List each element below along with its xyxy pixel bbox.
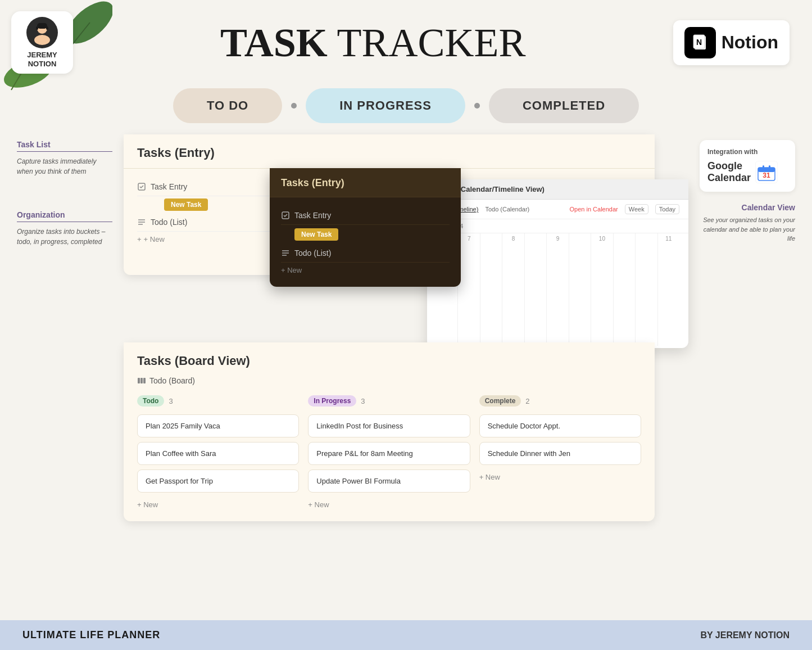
view-week[interactable]: Week (625, 204, 648, 214)
column-complete: Complete 2 Schedule Doctor Appt. Schedul… (475, 393, 646, 512)
calendar-view-box: Calendar View See your organized tasks o… (700, 203, 795, 243)
new-task-button-dark[interactable]: New Task (294, 228, 338, 241)
tab-todo[interactable]: TO DO (173, 88, 282, 123)
svg-rect-23 (140, 378, 143, 383)
board-subtitle: Todo (Board) (124, 376, 655, 393)
main-title-light: TRACKER (328, 20, 526, 65)
footer-left: ULTIMATE LIFE PLANNER (22, 629, 160, 641)
column-todo: Todo 3 Plan 2025 Family Vaca Plan Coffee… (133, 393, 303, 512)
google-cal-text: GoogleCalendar (707, 160, 751, 184)
tab-separator-1 (291, 103, 297, 109)
task-card[interactable]: Schedule Doctor Appt. (479, 414, 641, 437)
board-columns: Todo 3 Plan 2025 Family Vaca Plan Coffee… (124, 393, 655, 512)
svg-point-6 (34, 35, 50, 45)
task-card[interactable]: Plan Coffee with Sara (137, 442, 299, 465)
task-card[interactable]: LinkedIn Post for Business (308, 414, 470, 437)
tab-separator-2 (474, 103, 480, 109)
svg-rect-29 (763, 165, 764, 170)
left-sidebar: Task List Capture tasks immediately when… (11, 134, 124, 640)
tab-completed[interactable]: COMPLETED (489, 88, 639, 123)
column-complete-header: Complete 2 (479, 393, 641, 409)
center-content: Tasks (Entry) Task Entry New Task (124, 134, 688, 640)
column-inprogress: In Progress 3 LinkedIn Post for Business… (303, 393, 474, 512)
calendar-timeline-card: Tasks (Calendar/Timeline View) Todo (Tim… (427, 179, 688, 348)
tasks-entry-dark-header: Tasks (Entry) (270, 168, 461, 197)
notion-icon: N (684, 27, 716, 58)
avatar (26, 17, 58, 48)
main-title: TASK TRACKER (73, 22, 673, 63)
logo-name-text: JEREMY NOTION (20, 51, 64, 68)
sidebar-task-list-desc: Capture tasks immediately when you think… (17, 156, 112, 177)
view-today[interactable]: Today (655, 204, 679, 214)
cal-timeline-title: Tasks (Calendar/Timeline View) (436, 185, 679, 193)
task-card[interactable]: Plan 2025 Family Vaca (137, 414, 299, 437)
task-card[interactable]: Schedule Dinner with Jen (479, 442, 641, 465)
complete-new-btn[interactable]: + New (479, 470, 641, 485)
google-cal-icon: 31 (755, 161, 778, 183)
svg-rect-8 (36, 26, 38, 30)
right-sidebar: Integration with GoogleCalendar 31 (688, 134, 801, 640)
inprogress-new-btn[interactable]: + New (308, 497, 470, 512)
list-icon-back (137, 218, 146, 227)
cal-timeline-header: Tasks (Calendar/Timeline View) (427, 179, 688, 200)
task-entry-dark-item: Task Entry (281, 206, 450, 225)
header: JEREMY NOTION TASK TRACKER N Notion (0, 0, 812, 79)
google-cal: GoogleCalendar 31 (707, 160, 787, 184)
content-area: Task List Capture tasks immediately when… (0, 134, 812, 640)
badge-complete: Complete (479, 395, 521, 407)
todo-list-dark-item: Todo (List) (281, 244, 450, 263)
tasks-entry-back-title: Tasks (Entry) (137, 146, 641, 160)
notion-badge: N Notion (673, 20, 790, 65)
inprogress-count: 3 (361, 397, 365, 405)
sidebar-org-desc: Organize tasks into buckets – todo, in p… (17, 227, 112, 247)
status-tabs: TO DO IN PROGRESS COMPLETED (0, 79, 812, 134)
integration-box: Integration with GoogleCalendar 31 (700, 140, 795, 192)
list-icon-dark (281, 249, 290, 258)
tab-inprogress[interactable]: IN PROGRESS (306, 88, 465, 123)
new-btn-dark[interactable]: + New (281, 263, 450, 278)
svg-rect-24 (143, 378, 146, 383)
badge-inprogress: In Progress (308, 395, 356, 407)
integration-title: Integration with (707, 148, 787, 156)
notion-label: Notion (722, 32, 778, 53)
main-title-bold: TASK (220, 20, 328, 65)
tasks-entry-dark-title: Tasks (Entry) (281, 177, 450, 189)
tasks-entry-dark-body: Task Entry New Task Todo (List) + New (270, 197, 461, 287)
svg-text:N: N (696, 38, 702, 47)
footer-right: BY JEREMY NOTION (700, 630, 790, 640)
sidebar-task-list-title: Task List (17, 140, 112, 152)
svg-rect-9 (46, 26, 48, 30)
badge-todo: Todo (137, 395, 164, 407)
svg-rect-22 (138, 378, 140, 383)
tab-calendar[interactable]: Todo (Calendar) (485, 206, 529, 213)
svg-rect-7 (37, 23, 47, 29)
svg-rect-30 (769, 165, 770, 170)
todo-count: 3 (169, 397, 173, 405)
logo-area: JEREMY NOTION (11, 11, 73, 74)
task-card[interactable]: Prepare P&L for 8am Meeting (308, 442, 470, 465)
complete-count: 2 (525, 397, 529, 405)
open-in-calendar[interactable]: Open in Calendar (569, 206, 618, 213)
edit-icon (137, 182, 146, 191)
task-card[interactable]: Get Passport for Trip (137, 470, 299, 493)
tasks-entry-back-header: Tasks (Entry) (124, 134, 655, 169)
calendar-view-desc: See your organized tasks on your calenda… (700, 215, 795, 243)
column-todo-header: Todo 3 (137, 393, 299, 409)
tasks-entry-dark-card: Tasks (Entry) Task Entry New Task (270, 168, 461, 287)
board-view-card: Tasks (Board View) Todo (Board) Todo 3 (124, 342, 655, 521)
todo-new-btn[interactable]: + New (137, 497, 299, 512)
task-card[interactable]: Update Power BI Formula (308, 470, 470, 493)
board-title: Tasks (Board View) (137, 354, 641, 368)
board-header: Tasks (Board View) (124, 342, 655, 376)
title-area: TASK TRACKER (73, 22, 673, 63)
board-icon (137, 376, 146, 385)
new-task-button-back[interactable]: New Task (164, 198, 208, 211)
footer: ULTIMATE LIFE PLANNER BY JEREMY NOTION (0, 620, 812, 650)
edit-icon-dark (281, 211, 290, 220)
column-inprogress-header: In Progress 3 (308, 393, 470, 409)
svg-text:31: 31 (763, 171, 770, 179)
calendar-view-title: Calendar View (700, 203, 795, 212)
sidebar-org-title: Organization (17, 210, 112, 222)
